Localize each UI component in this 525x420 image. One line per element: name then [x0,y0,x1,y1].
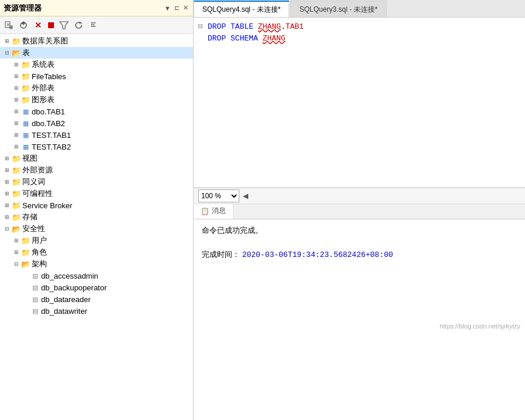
tree-item-db-datareader[interactable]: ▤ db_datareader [0,293,193,305]
result-success: 命令已成功完成。 [202,225,517,236]
connect-button[interactable] [17,19,30,32]
svg-marker-9 [60,22,68,29]
tree-item-test-tab1[interactable]: ⊞ ▦ TEST.TAB1 [0,129,193,141]
table-icon-dbo-tab1: ▦ [21,107,31,116]
tree-item-db-accessadmin[interactable]: ▤ db_accessadmin [0,270,193,282]
tree-item-db-diagram[interactable]: ⊞ 📁 数据库关系图 [0,35,193,47]
expand-icon-file-tables[interactable]: ⊞ [12,72,21,81]
results-tabs: 📋 消息 [194,204,525,219]
tree-item-service-broker[interactable]: ⊞ 📁 Service Broker [0,199,193,211]
expand-icon-ext-tables[interactable]: ⊞ [12,83,21,93]
no-expand-icon [21,271,31,280]
label-dbo-tab1: dbo.TAB1 [32,107,65,116]
folder-icon-views: 📁 [12,154,21,163]
label-db-backupoperator: db_backupoperator [41,283,107,292]
sidebar-toolbar: ✕ [0,16,193,34]
disconnect-button[interactable]: ✕ [32,19,45,32]
kw-space-2 [253,21,258,33]
expand-icon-programmability[interactable]: ⊞ [2,189,12,198]
result-blank [202,238,517,247]
label-dbo-tab2: dbo.TAB2 [32,119,65,128]
kw-space-3 [226,33,231,45]
label-tables: 表 [22,48,30,58]
expand-icon-db-diagram[interactable]: ⊞ [2,36,12,46]
label-graph-tables: 图形表 [32,94,55,105]
expand-icon-dbo-tab2[interactable]: ⊞ [12,118,21,128]
expand-icon-views[interactable]: ⊞ [2,154,12,163]
tree-item-roles[interactable]: ⊞ 📁 角色 [0,246,193,258]
tree-item-views[interactable]: ⊞ 📁 视图 [0,153,193,164]
folder-icon-schema: 📂 [21,259,31,269]
tree-item-dbo-tab2[interactable]: ⊞ ▦ dbo.TAB2 [0,117,193,129]
tree-item-ext-resources[interactable]: ⊞ 📁 外部资源 [0,164,193,176]
tree-item-programmability[interactable]: ⊞ 📁 可编程性 [0,188,193,199]
sidebar-header: 资源管理器 ▼ ⊏ ✕ [0,0,193,16]
expand-icon-sys-tables[interactable]: ⊞ [12,60,21,69]
label-file-tables: FileTables [32,72,66,81]
stop-button[interactable] [48,22,54,28]
filter-button[interactable] [57,19,70,32]
expand-icon-schema[interactable]: ⊟ [12,259,21,269]
tree-item-dbo-tab1[interactable]: ⊞ ▦ dbo.TAB1 [0,106,193,117]
tree-item-tables[interactable]: ⊟ 📂 表 [0,47,193,59]
tree-item-sys-tables[interactable]: ⊞ 📁 系统表 [0,59,193,70]
expand-icon-test-tab1[interactable]: ⊞ [12,130,21,140]
table-icon-test-tab1: ▦ [21,130,31,140]
scroll-left-icon[interactable]: ◀ [243,192,248,200]
dock-icon[interactable]: ⊏ [173,4,181,12]
tab-sqlquery4[interactable]: SQLQuery4.sql - 未连接* [194,1,289,17]
tree-item-security[interactable]: ⊟ 📂 安全性 [0,223,193,235]
label-db-datareader: db_datareader [41,295,91,304]
sidebar-title: 资源管理器 [4,3,42,13]
label-users: 用户 [32,235,47,246]
kw-drop-1: DROP [208,21,226,33]
watermark: https://blog.csdn.net/sjrkylzy [439,323,520,330]
expand-icon-users[interactable]: ⊞ [12,236,21,245]
table-icon-dbo-tab2: ▦ [21,118,31,128]
kw-zhang-1: ZHANG [258,21,281,33]
expand-icon-storage[interactable]: ⊞ [2,212,12,222]
label-security: 安全性 [22,223,45,234]
label-views: 视图 [22,153,38,164]
label-db-diagram: 数据库关系图 [22,36,68,46]
pin-icon[interactable]: ▼ [163,4,172,12]
tab-messages[interactable]: 📋 消息 [194,204,233,219]
close-sidebar-icon[interactable]: ✕ [182,4,189,12]
expand-icon-graph-tables[interactable]: ⊞ [12,95,21,104]
code-editor[interactable]: ⊟ DROP TABLE ZHANG . TAB1 ⊟ DROP SCHEMA … [194,18,525,188]
zoom-bar: 100 % ◀ [194,188,525,204]
tree-item-storage[interactable]: ⊞ 📁 存储 [0,211,193,223]
folder-icon-users: 📁 [21,236,31,245]
tree-item-file-tables[interactable]: ⊞ 📁 FileTables [0,70,193,82]
folder-icon-roles: 📁 [21,248,31,257]
expand-icon-security[interactable]: ⊟ [2,224,12,233]
tree-item-graph-tables[interactable]: ⊞ 📁 图形表 [0,94,193,106]
properties-button[interactable] [87,19,100,32]
tree-item-db-datawriter[interactable]: ▤ db_datawriter [0,305,193,317]
label-synonyms: 同义词 [22,177,45,187]
expand-icon-dbo-tab1[interactable]: ⊞ [12,107,21,116]
kw-table: TABLE [231,21,253,33]
folder-icon-security: 📂 [12,224,21,233]
expand-icon-roles[interactable]: ⊞ [12,248,21,257]
tab-sqlquery3[interactable]: SQLQuery3.sql - 未连接* [290,1,386,17]
folder-icon-sys-tables: 📁 [21,60,31,69]
tree-item-schema[interactable]: ⊟ 📂 架构 [0,258,193,270]
tree-item-synonyms[interactable]: ⊞ 📁 同义词 [0,176,193,188]
tree-item-users[interactable]: ⊞ 📁 用户 [0,235,193,246]
result-timestamp-line: 完成时间： 2020-03-06T19:34:23.5682426+08:00 [202,249,517,260]
sidebar-header-icons: ▼ ⊏ ✕ [163,4,189,12]
tree-item-ext-tables[interactable]: ⊞ 📁 外部表 [0,82,193,94]
expand-icon-tables[interactable]: ⊟ [2,48,12,57]
tree-item-test-tab2[interactable]: ⊞ ▦ TEST.TAB2 [0,141,193,153]
tree-item-db-backupoperator[interactable]: ▤ db_backupoperator [0,282,193,293]
expand-icon-ext-resources[interactable]: ⊞ [2,165,12,175]
zoom-select[interactable]: 100 % [198,189,239,202]
expand-icon-test-tab2[interactable]: ⊞ [12,142,21,151]
new-query-button[interactable] [2,19,15,32]
folder-icon-graph-tables: 📁 [21,95,31,104]
expand-icon-synonyms[interactable]: ⊞ [2,177,12,187]
expand-icon-service-broker[interactable]: ⊞ [2,201,12,210]
label-roles: 角色 [32,247,47,258]
refresh-button[interactable] [72,19,85,32]
